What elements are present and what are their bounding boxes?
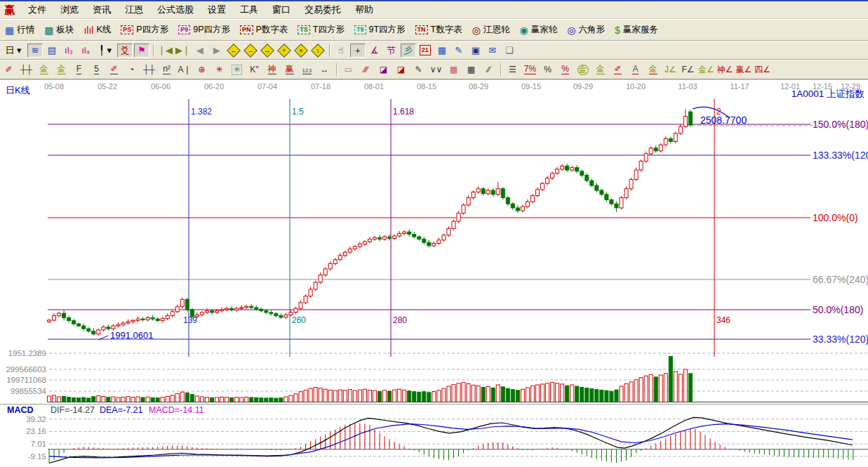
nav-nav-last-button[interactable]: ▶❘ <box>175 44 191 58</box>
draw-wave-a-tool-button[interactable]: A <box>627 63 643 77</box>
toolbar-item-t-table[interactable]: TNT数字表 <box>415 24 462 36</box>
nav-save-button[interactable]: ▣ <box>468 44 483 58</box>
toolbar-item-9t-square[interactable]: T99T四方形 <box>354 24 406 36</box>
draw-percent-tool-button[interactable]: % <box>540 63 556 77</box>
date-tick-label: 06-20 <box>204 82 224 91</box>
nav-web-mail-button[interactable]: ✉ <box>485 44 500 58</box>
nav-info-panel-button[interactable]: ▤ <box>44 44 60 58</box>
menu-item-帮助[interactable]: 帮助 <box>348 2 380 18</box>
menu-item-浏览[interactable]: 浏览 <box>53 2 86 18</box>
draw-gann-web-tool-button[interactable]: ✳ <box>211 63 227 77</box>
draw-f-angle-tool-button[interactable]: F∠ <box>680 63 696 77</box>
draw-ying-grid-tool-button[interactable]: 赢 <box>281 63 298 77</box>
draw-fibonacci-tool-button[interactable]: F <box>71 63 87 77</box>
nav-nav-prev-button[interactable]: ◀ <box>192 44 208 58</box>
toolbar-item-winner-service[interactable]: $赢家服务 <box>615 24 658 36</box>
nav-nav-first-button[interactable]: ❘◀ <box>157 44 173 58</box>
toolbar-item-winner-wheel[interactable]: ◉赢家轮 <box>519 24 557 36</box>
nav-angle-measure-button[interactable]: ∡ <box>367 44 382 58</box>
nav-zigzag-mode-button[interactable]: ≋ <box>27 44 43 58</box>
draw-gold-angle-tool-button[interactable]: 金∠ <box>697 63 715 77</box>
nav-gann-tag-button[interactable]: 节 <box>384 44 399 58</box>
draw-grid-pencil-tool-button[interactable]: ▦ <box>463 63 479 77</box>
nav-expand-horizontal-button[interactable]: ↔ <box>260 44 275 58</box>
draw-shen-angle-tool-button[interactable]: 神∠ <box>716 63 734 77</box>
draw-four-angle-tool-button[interactable]: 四∠ <box>754 63 771 77</box>
draw-tick-grid-tool-button[interactable]: ┼┼ <box>141 63 157 77</box>
toolbar-item-p-square[interactable]: PSP四方形 <box>121 24 168 36</box>
nav-notes-button[interactable]: ✎ <box>451 44 467 58</box>
nav-crosshair-tool-button[interactable]: ＋ <box>350 44 366 58</box>
nav-nav-next-button[interactable]: ▶ <box>209 44 225 58</box>
draw-gold-line-tool-1-button[interactable]: 金 <box>36 63 52 77</box>
draw-price-scale-tool-button[interactable]: ☰ <box>505 63 521 77</box>
menu-item-资讯[interactable]: 资讯 <box>86 2 118 18</box>
toolbar-item-hexagon[interactable]: ◎六角形 <box>567 24 605 36</box>
menu-item-窗口[interactable]: 窗口 <box>265 2 298 18</box>
nav-period-day-dropdown-button[interactable]: 日 ▾ <box>1 44 26 58</box>
draw-flag-brush-tool-button[interactable]: ✐ <box>610 63 626 77</box>
draw-zigzag-v-tool-button[interactable]: ∨∨ <box>428 63 444 77</box>
price-scale-tool-icon: ☰ <box>509 65 516 74</box>
draw-j-angle-tool-button[interactable]: J∠ <box>662 63 679 77</box>
draw-k-mark-tool-button[interactable]: K″ <box>246 63 262 77</box>
draw-grid-box-tool-button[interactable]: ▦ <box>446 63 462 77</box>
draw-spiral-tool-button[interactable]: 5 <box>88 63 105 77</box>
draw-percent-line-tool-button[interactable]: % <box>557 63 573 77</box>
draw-boxed-web-tool-button[interactable]: ✳ <box>229 63 245 77</box>
nav-chart-9-button[interactable]: ıl₉ <box>78 44 93 58</box>
nav-calendar-button[interactable]: 21 <box>418 44 433 58</box>
nav-candle-style-dropdown-button[interactable]: ╿ ▾ <box>95 44 116 58</box>
toolbar-item-gann-wheel[interactable]: ◎江恩轮 <box>472 24 510 36</box>
draw-pencil-fan-tool-button[interactable]: ✎ <box>410 63 427 77</box>
draw-brush-grid-tool-button[interactable]: ✐ <box>106 63 122 77</box>
draw-ruler-123-tool-button[interactable]: ₁₂₃ <box>299 63 315 77</box>
nav-pan-left-button[interactable]: ← <box>226 44 241 58</box>
toolbar-item-quotes[interactable]: ▦行情 <box>5 24 34 36</box>
t-table-badge-icon: TN <box>415 25 428 34</box>
nav-pattern-red-button[interactable]: 爻 <box>117 44 133 58</box>
nav-hand-tool-button[interactable]: ☝ <box>333 44 349 58</box>
menu-item-工具[interactable]: 工具 <box>233 2 265 18</box>
menu-item-公式选股[interactable]: 公式选股 <box>150 2 201 18</box>
draw-percent-seven-tool-button[interactable]: 7% <box>522 63 538 77</box>
nav-expand-all-button[interactable]: + <box>276 44 292 58</box>
draw-n-square-tool-button[interactable]: n² <box>159 63 175 77</box>
draw-ying-angle-tool-button[interactable]: 赢∠ <box>735 63 753 77</box>
draw-gann-circle-tool-button[interactable]: ⊕ <box>194 63 210 77</box>
toolbar-item-9p-square[interactable]: P99P四方形 <box>178 24 230 36</box>
toolbar-item-kline[interactable]: ılılK线 <box>84 24 111 36</box>
menu-item-设置[interactable]: 设置 <box>201 2 233 18</box>
draw-a-vertical-tool-button[interactable]: A❘ <box>176 63 192 77</box>
draw-width-measure-tool-button[interactable]: ↔ <box>316 63 333 77</box>
fan-box-tool-1-icon: ◪ <box>380 65 387 74</box>
nav-pattern-teal-button[interactable]: 彡 <box>401 44 416 58</box>
nav-expand-vertical-button[interactable]: ↕ <box>310 44 326 58</box>
draw-parallel-channel-tool-button[interactable]: ∕∕ <box>481 63 497 77</box>
draw-gold-redline-tool-button[interactable]: 金 <box>645 63 661 77</box>
draw-gold-line-tool-2-button[interactable]: 金 <box>53 63 69 77</box>
nav-delivery-button[interactable]: ❏ <box>502 44 517 58</box>
draw-brush-tool-button[interactable]: ✐ <box>1 63 17 77</box>
menu-item-交易委托[interactable]: 交易委托 <box>298 2 348 18</box>
menu-item-江恩[interactable]: 江恩 <box>118 2 150 18</box>
draw-speed-clock-tool-button[interactable]: ◔ <box>123 63 140 77</box>
gann-ratio-label: 1.618 <box>393 107 414 117</box>
toolbar-item-t-square[interactable]: TST四方形 <box>298 24 345 36</box>
nav-pan-right-button[interactable]: → <box>243 44 258 58</box>
nav-chart-3-button[interactable]: ıl₃ <box>61 44 76 58</box>
draw-gold-line-tool-3-button[interactable]: 金 <box>592 63 608 77</box>
nav-volume-flag-button[interactable]: ⚑ <box>134 44 149 58</box>
draw-shen-grid-tool-button[interactable]: 神 <box>264 63 280 77</box>
menu-item-文件[interactable]: 文件 <box>21 2 53 18</box>
draw-fan-lines-tool-button[interactable]: ∕∕∕ <box>358 63 374 77</box>
draw-box-select-tool-button[interactable]: ▭ <box>340 63 356 77</box>
toolbar-item-sectors[interactable]: ▩板块 <box>44 24 74 36</box>
toolbar-item-p-table[interactable]: PNP数字表 <box>240 24 288 36</box>
draw-fan-box-tool-2-button[interactable]: ◪ <box>393 63 409 77</box>
draw-gold-circle-tool-button[interactable]: 金 <box>575 63 591 77</box>
nav-compress-button[interactable]: × <box>293 44 309 58</box>
draw-grid-lines-tool-button[interactable]: ┼┼ <box>18 63 34 77</box>
draw-fan-box-tool-1-button[interactable]: ◪ <box>375 63 392 77</box>
nav-calculator-button[interactable]: ▦ <box>434 44 450 58</box>
